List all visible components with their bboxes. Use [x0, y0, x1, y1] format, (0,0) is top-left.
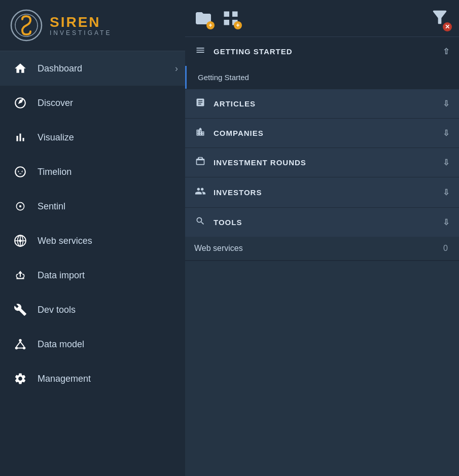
- accordion-tools: TOOLS ⇩ Web services 0: [185, 208, 459, 261]
- add-grid-button[interactable]: +: [222, 9, 240, 27]
- siren-logo-icon: [10, 9, 43, 42]
- sidebar-item-data-import[interactable]: Data import: [0, 258, 185, 292]
- sidebar-item-data-model[interactable]: Data model: [0, 327, 185, 361]
- svg-point-9: [19, 339, 21, 342]
- home-icon: [12, 60, 28, 77]
- investment-rounds-label: INVESTMENT ROUNDS: [214, 158, 443, 167]
- wrench-icon: [12, 302, 28, 318]
- investors-icon: [194, 186, 206, 199]
- tools-web-services-label: Web services: [194, 244, 443, 253]
- sentinl-icon: [12, 198, 28, 214]
- gear-icon: [12, 371, 28, 387]
- accordion-investors-header[interactable]: INVESTORS ⇩: [185, 177, 459, 207]
- accordion-investors: INVESTORS ⇩: [185, 177, 459, 208]
- getting-started-chevron-up: ⇧: [443, 47, 450, 56]
- tools-web-services-count: 0: [443, 244, 448, 253]
- dashboard-arrow: ›: [175, 63, 178, 74]
- svg-point-11: [23, 347, 25, 349]
- logo-siren-text: SIREN: [50, 14, 112, 30]
- sidebar-item-dashboard[interactable]: Dashboard ›: [0, 51, 185, 86]
- tools-web-services-item[interactable]: Web services 0: [185, 237, 459, 261]
- sidebar-item-visualize[interactable]: Visualize: [0, 120, 185, 155]
- companies-label: COMPANIES: [214, 129, 443, 137]
- sidebar-management-label: Management: [38, 374, 91, 384]
- getting-started-label: GETTING STARTED: [214, 47, 443, 56]
- sidebar-discover-label: Discover: [38, 98, 73, 108]
- add-grid-plus-badge: +: [234, 21, 242, 29]
- filter-close-badge: ✕: [443, 22, 452, 31]
- articles-icon: [194, 97, 206, 110]
- sidebar-dev-tools-label: Dev tools: [38, 305, 76, 315]
- sidebar-visualize-label: Visualize: [38, 132, 74, 143]
- logo-investigate-text: INVESTIGATE: [50, 29, 112, 36]
- articles-chevron: ⇩: [443, 99, 450, 108]
- briefcase-icon: [194, 156, 206, 169]
- sidebar-data-model-label: Data model: [38, 339, 84, 350]
- tools-chevron: ⇩: [443, 217, 450, 227]
- sidebar-item-sentinl[interactable]: Sentinl: [0, 189, 185, 224]
- sidebar-item-management[interactable]: Management: [0, 361, 185, 396]
- data-import-icon: [12, 267, 28, 283]
- investors-label: INVESTORS: [214, 188, 443, 197]
- sidebar-dashboard-label: Dashboard: [38, 63, 82, 74]
- svg-point-8: [19, 239, 21, 242]
- data-model-icon: [12, 336, 28, 352]
- accordion-companies-header[interactable]: COMPANIES ⇩: [185, 119, 459, 148]
- panel-toolbar: + + ✕: [185, 0, 459, 37]
- accordion-investment-rounds: INVESTMENT ROUNDS ⇩: [185, 148, 459, 177]
- logo-area: SIREN INVESTIGATE: [0, 0, 185, 51]
- svg-point-10: [15, 347, 18, 349]
- sidebar: SIREN INVESTIGATE Dashboard › Discover V…: [0, 0, 185, 476]
- add-folder-plus-badge: +: [206, 21, 215, 29]
- svg-line-13: [20, 342, 24, 347]
- accordion-companies: COMPANIES ⇩: [185, 119, 459, 148]
- sidebar-timelion-label: Timelion: [38, 167, 72, 177]
- sidebar-web-services-label: Web services: [38, 236, 92, 246]
- bar-chart-icon: [12, 129, 28, 145]
- accordion-getting-started: GETTING STARTED ⇧ Getting Started: [185, 37, 459, 89]
- accordion-investment-rounds-header[interactable]: INVESTMENT ROUNDS ⇩: [185, 148, 459, 177]
- web-services-icon: [12, 233, 28, 249]
- accordion: GETTING STARTED ⇧ Getting Started ARTICL…: [185, 37, 459, 476]
- accordion-tools-header[interactable]: TOOLS ⇩: [185, 208, 459, 237]
- getting-started-item[interactable]: Getting Started: [187, 66, 459, 89]
- sidebar-item-dev-tools[interactable]: Dev tools: [0, 292, 185, 327]
- getting-started-body: Getting Started: [185, 66, 459, 89]
- investment-rounds-chevron: ⇩: [443, 158, 450, 167]
- accordion-getting-started-header[interactable]: GETTING STARTED ⇧: [185, 37, 459, 66]
- investors-chevron: ⇩: [443, 188, 450, 197]
- search-icon: [194, 216, 206, 229]
- svg-point-2: [19, 205, 21, 207]
- sidebar-data-import-label: Data import: [38, 270, 85, 281]
- accordion-articles-header[interactable]: ARTICLES ⇩: [185, 89, 459, 118]
- logo-text: SIREN INVESTIGATE: [50, 14, 112, 36]
- companies-chevron: ⇩: [443, 128, 450, 138]
- compass-icon: [12, 95, 28, 111]
- sidebar-sentinl-label: Sentinl: [38, 201, 65, 212]
- timelion-icon: [12, 164, 28, 180]
- svg-line-12: [16, 342, 20, 347]
- articles-label: ARTICLES: [214, 99, 443, 108]
- sidebar-item-discover[interactable]: Discover: [0, 86, 185, 120]
- building-icon: [194, 127, 206, 139]
- accordion-articles: ARTICLES ⇩: [185, 89, 459, 119]
- list-icon: [194, 45, 206, 58]
- add-folder-button[interactable]: +: [194, 9, 213, 27]
- tools-label: TOOLS: [214, 218, 443, 227]
- sidebar-item-timelion[interactable]: Timelion: [0, 155, 185, 189]
- sidebar-nav: Dashboard › Discover Visualize: [0, 51, 185, 476]
- main-panel: + + ✕ GETTING STARTED: [185, 0, 459, 476]
- sidebar-item-web-services[interactable]: Web services: [0, 224, 185, 258]
- filter-button[interactable]: ✕: [430, 7, 450, 29]
